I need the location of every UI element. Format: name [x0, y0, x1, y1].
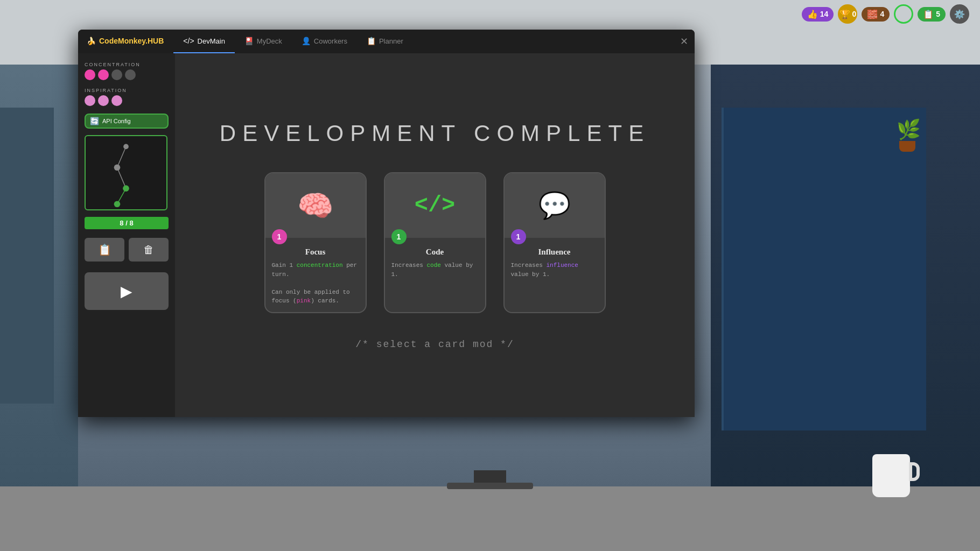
api-preview: [85, 135, 167, 210]
insp-dot-1: [85, 95, 95, 106]
conc-dot-3: [111, 69, 122, 80]
card-influence[interactable]: 💬 1 Influence Increases influence value …: [503, 172, 606, 313]
card-code[interactable]: </> 1 Code Increases code value by 1.: [384, 172, 486, 313]
mug: [872, 454, 910, 497]
task-count: 5: [936, 10, 940, 18]
focus-emoji: 🧠: [297, 191, 333, 220]
thumbs-badge[interactable]: 👍 14: [802, 7, 834, 22]
content-area: DEVELOPMENT COMPLETE 🧠 1 Focus Gain 1 co…: [175, 53, 695, 417]
svg-line-0: [117, 146, 126, 167]
influence-emoji: 💬: [538, 190, 571, 221]
cubicle-right: [722, 108, 926, 430]
card-focus-bottom: Focus Gain 1 concentration per turn. Can…: [265, 238, 366, 312]
app-title-tab: 🍌 CodeMonkey.HUB: [78, 30, 173, 53]
concentration-section: CONCENTRATION: [85, 62, 169, 81]
code-title: Code: [391, 248, 479, 257]
focus-desc: Gain 1 concentration per turn. Can only …: [272, 261, 359, 306]
thumbs-icon: 👍: [807, 9, 818, 19]
resource-count: 4: [880, 10, 884, 18]
dev-complete-title: DEVELOPMENT COMPLETE: [220, 121, 650, 146]
quest-badge[interactable]: 🏆 0: [838, 4, 857, 24]
svg-point-4: [114, 164, 121, 171]
conc-dot-4: [125, 69, 136, 80]
inspiration-section: INSPIRATION: [85, 88, 169, 107]
focus-highlight-pink: pink: [297, 298, 311, 304]
focus-highlight-concentration: concentration: [297, 262, 343, 269]
coworkers-label: Coworkers: [314, 37, 347, 45]
tab-coworkers[interactable]: 👤 Coworkers: [292, 30, 357, 53]
devmain-label: DevMain: [198, 37, 225, 45]
svg-point-5: [123, 185, 129, 192]
gear-badge[interactable]: ⚙️: [950, 4, 969, 24]
window-body: CONCENTRATION INSPIRATION 🔄 API C: [78, 53, 695, 417]
svg-point-3: [123, 144, 129, 150]
hud-bar: 👍 14 🏆 0 🧱 4 📋 5 ⚙️: [802, 4, 969, 24]
mydeck-label: MyDeck: [257, 37, 282, 45]
api-config-label: API Config: [102, 118, 131, 124]
action-buttons: 📋 🗑: [85, 238, 169, 262]
code-desc: Increases code value by 1.: [391, 261, 479, 279]
select-prompt: /* select a card mod */: [355, 339, 514, 350]
influence-desc: Increases influence value by 1.: [511, 261, 598, 279]
play-button[interactable]: ▶: [85, 272, 169, 310]
card-influence-top: 💬 1: [505, 173, 605, 238]
plant-pot: [899, 141, 915, 152]
devmain-icon: </>: [183, 37, 194, 45]
code-emoji: </>: [415, 193, 456, 218]
card-influence-bottom: Influence Increases influence value by 1…: [505, 238, 605, 285]
code-highlight: code: [427, 262, 441, 269]
cards-row: 🧠 1 Focus Gain 1 concentration per turn.…: [264, 172, 606, 313]
planner-icon: 📋: [367, 37, 376, 45]
svg-line-1: [117, 167, 126, 188]
app-icon: 🍌: [87, 37, 96, 45]
api-config-card[interactable]: 🔄 API Config: [85, 114, 169, 129]
code-badge: 1: [391, 229, 407, 244]
mug-handle: [909, 462, 920, 481]
resource-badge[interactable]: 🧱 4: [862, 7, 890, 22]
card-focus-top: 🧠 1: [265, 173, 366, 238]
title-bar: 🍌 CodeMonkey.HUB </> DevMain 🎴 MyDeck 👤 …: [78, 30, 695, 53]
progress-bar: 8 / 8: [85, 217, 169, 229]
concentration-label: CONCENTRATION: [85, 62, 169, 67]
main-window: 🍌 CodeMonkey.HUB </> DevMain 🎴 MyDeck 👤 …: [78, 30, 695, 417]
gear-icon: ⚙️: [954, 9, 965, 19]
sidebar: CONCENTRATION INSPIRATION 🔄 API C: [78, 53, 175, 417]
quest-count: 0: [852, 10, 857, 18]
inspiration-label: INSPIRATION: [85, 88, 169, 93]
copy-button[interactable]: 📋: [85, 238, 124, 262]
tab-planner[interactable]: 📋 Planner: [357, 30, 413, 53]
plant: 🌿: [897, 118, 918, 161]
monitor-stand-base: [447, 483, 533, 489]
card-code-bottom: Code Increases code value by 1.: [385, 238, 485, 285]
concentration-dots: [85, 69, 169, 80]
plant-leaves: 🌿: [897, 118, 918, 141]
svg-point-6: [114, 201, 121, 207]
focus-badge: 1: [272, 229, 287, 244]
card-code-top: </> 1: [385, 173, 485, 238]
influence-title: Influence: [511, 248, 598, 257]
conc-dot-2: [98, 69, 109, 80]
planner-label: Planner: [379, 37, 403, 45]
api-config-icon: 🔄: [90, 117, 99, 125]
tab-mydeck[interactable]: 🎴 MyDeck: [235, 30, 292, 53]
influence-highlight: influence: [547, 262, 578, 269]
mydeck-icon: 🎴: [244, 37, 254, 45]
close-button[interactable]: ✕: [680, 36, 688, 47]
inspiration-dots: [85, 95, 169, 106]
focus-title: Focus: [272, 248, 359, 257]
conc-dot-1: [85, 69, 95, 80]
resource-icon: 🧱: [867, 9, 878, 19]
delete-button[interactable]: 🗑: [129, 238, 169, 262]
cubicle-left: [0, 108, 54, 404]
task-icon: 📋: [923, 9, 934, 19]
insp-dot-2: [98, 95, 109, 106]
card-focus[interactable]: 🧠 1 Focus Gain 1 concentration per turn.…: [264, 172, 367, 313]
status-circle: [894, 4, 913, 24]
thumbs-count: 14: [820, 10, 829, 18]
task-badge[interactable]: 📋 5: [918, 7, 946, 22]
tab-devmain[interactable]: </> DevMain: [173, 30, 235, 53]
coworkers-icon: 👤: [302, 37, 311, 45]
quest-icon: 🏆: [839, 9, 850, 19]
floor: [0, 486, 980, 551]
app-title: CodeMonkey.HUB: [99, 37, 164, 45]
